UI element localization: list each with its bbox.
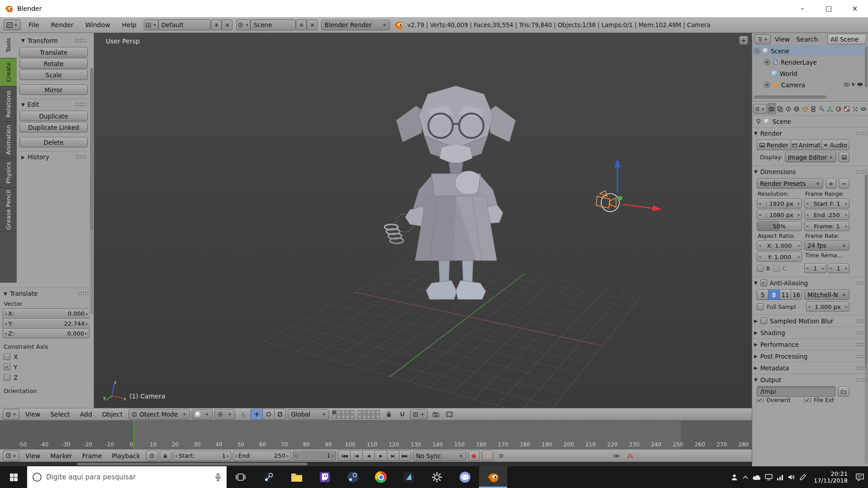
layer-toggle[interactable] — [358, 410, 362, 414]
display-icon[interactable] — [765, 474, 773, 480]
camera-object-with-manipulator[interactable] — [592, 157, 669, 216]
vector-x-field[interactable]: ◂X: 0.000▸ — [3, 308, 90, 318]
motion-blur-checkbox[interactable]: ✓ — [760, 317, 767, 324]
layer-toggle[interactable] — [362, 415, 366, 419]
close-button[interactable]: × — [842, 0, 868, 17]
tab-particles[interactable] — [851, 103, 859, 114]
menu-window[interactable]: Window — [81, 21, 114, 28]
taskbar-search[interactable] — [27, 466, 227, 488]
taskbar-app-blender[interactable] — [479, 466, 507, 488]
shelf-tab-create[interactable]: Create — [0, 58, 17, 86]
hidden-icons-chevron[interactable] — [742, 475, 749, 479]
taskbar-app-file-explorer[interactable] — [283, 466, 311, 488]
output-path-field[interactable]: /tmp/ — [757, 386, 835, 397]
aa-filter-size-field[interactable]: ◂1.000 px▸ — [806, 302, 849, 312]
screw-object[interactable] — [378, 212, 418, 252]
aa-samples-5-button[interactable]: 5 — [757, 289, 768, 300]
jump-to-end-button[interactable]: ▶▶| — [399, 450, 411, 461]
output-panel-header[interactable]: ▼ Output — [752, 374, 868, 385]
taskbar-app-steam[interactable] — [255, 466, 283, 488]
operator-panel-header[interactable]: ▼ Translate — [2, 288, 90, 299]
start-frame-field[interactable]: ◂Start: 1▸ — [173, 451, 231, 461]
properties-scrollbar[interactable] — [865, 175, 868, 464]
duplicate-linked-button[interactable]: Duplicate Linked — [19, 122, 88, 133]
render-still-button[interactable]: Render — [757, 140, 791, 150]
menu-add[interactable]: Add — [76, 411, 96, 418]
editor-type-info-button[interactable] — [4, 19, 21, 30]
shading-dropdown[interactable] — [192, 409, 213, 420]
outliner-row-world[interactable]: World — [752, 68, 868, 79]
performance-panel-header[interactable]: ▶ Performance — [752, 339, 868, 350]
layer-toggle[interactable] — [350, 410, 354, 414]
visibility-eye-icon[interactable] — [844, 82, 850, 87]
outliner-row-renderlayers[interactable]: + RenderLaye — [752, 57, 868, 68]
previous-keyframe-button[interactable]: |◀ — [350, 450, 362, 461]
history-panel-header[interactable]: ▶ History — [19, 151, 88, 162]
duplicate-button[interactable]: Duplicate — [19, 111, 88, 121]
menu-view[interactable]: View — [21, 411, 44, 418]
manipulator-translate-button[interactable] — [251, 409, 262, 420]
outliner-vscrollbar[interactable] — [865, 47, 868, 87]
antialiasing-checkbox[interactable]: ✓ — [760, 280, 767, 286]
full-sample-checkbox[interactable]: ✓Full Sampl — [757, 303, 804, 310]
time-remap-old-field[interactable]: ◂1▸ — [804, 263, 826, 273]
layer-toggle[interactable] — [346, 415, 350, 419]
menu-object[interactable]: Object — [98, 411, 127, 418]
expand-icon[interactable]: + — [764, 82, 770, 88]
manipulator-rotate-button[interactable] — [262, 409, 274, 420]
scene-icon-button[interactable] — [236, 19, 251, 30]
layer-toggle[interactable] — [350, 415, 354, 419]
delete-scene-button[interactable]: × — [307, 19, 318, 30]
crop-checkbox[interactable]: ✓C — [773, 265, 787, 272]
transform-panel-header[interactable]: ▼ Transform — [19, 35, 88, 46]
pen-icon[interactable] — [799, 474, 806, 481]
frame-start-field[interactable]: ◂Start F: 1▸ — [804, 199, 849, 208]
aa-filter-dropdown[interactable]: Mitchell-N — [804, 289, 849, 300]
opengl-render-anim-icon[interactable] — [443, 409, 455, 419]
layer-toggle[interactable] — [371, 410, 375, 414]
render-panel-header[interactable]: ▼ Render — [752, 128, 868, 139]
menu-file[interactable]: File — [24, 21, 43, 28]
aa-samples-8-button[interactable]: 8 — [768, 289, 779, 300]
aspect-x-field[interactable]: ◂X: 1.000▸ — [757, 241, 802, 251]
snap-magnet-icon[interactable] — [396, 409, 408, 419]
vector-y-field[interactable]: ◂Y: 22.744▸ — [3, 318, 90, 328]
record-button[interactable]: ● — [468, 450, 480, 461]
sync-dropdown[interactable]: No Sync — [413, 450, 466, 461]
outliner-row-scene[interactable]: − Scene — [752, 45, 868, 57]
constraint-z-checkbox[interactable]: ✓ Z — [2, 372, 90, 383]
maximize-button[interactable]: □ — [816, 0, 842, 17]
metadata-panel-header[interactable]: ▶ Metadata — [752, 362, 868, 374]
panel-grip[interactable] — [75, 38, 86, 43]
resolution-y-field[interactable]: ◂: 1080 px▸ — [757, 210, 802, 220]
outliner-hscrollbar[interactable] — [754, 95, 826, 99]
rotate-button[interactable]: Rotate — [19, 58, 88, 69]
render-audio-button[interactable]: Audio — [821, 140, 849, 150]
border-checkbox[interactable]: ✓B — [757, 265, 770, 272]
menu-search[interactable]: Search — [794, 36, 820, 43]
tab-texture[interactable] — [843, 103, 851, 114]
render-engine-dropdown[interactable]: Blender Render — [321, 20, 390, 30]
tab-physics[interactable] — [860, 103, 868, 114]
render-presets-dropdown[interactable]: Render Presets — [757, 178, 823, 189]
layer-toggle[interactable] — [371, 415, 375, 419]
panel-grip[interactable] — [75, 102, 86, 107]
delete-button[interactable]: Delete — [19, 137, 88, 147]
panel-grip[interactable] — [856, 131, 867, 136]
time-remap-new-field[interactable]: ◂1▸ — [828, 263, 850, 273]
jump-to-start-button[interactable]: |◀◀ — [338, 450, 350, 461]
tab-object-data[interactable] — [826, 103, 835, 114]
link-icon[interactable] — [611, 451, 622, 461]
constraint-x-checkbox[interactable]: ✓ X — [2, 351, 90, 362]
resolution-percentage-slider[interactable]: 50% — [757, 221, 802, 231]
edit-panel-header[interactable]: ▼ Edit — [19, 99, 88, 110]
add-layout-button[interactable]: + — [211, 19, 222, 30]
browse-folder-button[interactable] — [838, 386, 849, 397]
tab-material[interactable] — [835, 103, 843, 114]
constraint-y-checkbox[interactable]: ✓ Y — [2, 362, 90, 372]
aspect-y-field[interactable]: ◂Y: 1.000▸ — [757, 252, 802, 262]
shading-panel-header[interactable]: ▶ Shading — [752, 327, 868, 338]
end-frame-field[interactable]: ◂End: 250▸ — [233, 451, 291, 461]
action-center-icon[interactable] — [855, 473, 864, 481]
aa-samples-11-button[interactable]: 11 — [779, 289, 791, 300]
